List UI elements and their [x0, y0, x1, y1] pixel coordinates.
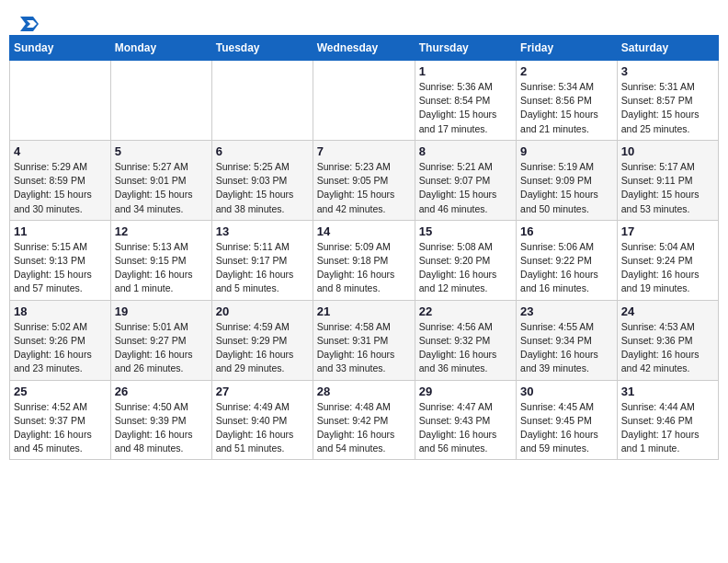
calendar-cell: 16Sunrise: 5:06 AM Sunset: 9:22 PM Dayli…	[517, 220, 618, 300]
day-number: 15	[419, 224, 512, 238]
day-number: 9	[520, 144, 613, 158]
day-number: 16	[520, 224, 613, 238]
page-header	[9, 9, 719, 31]
day-number: 12	[115, 224, 208, 238]
day-detail: Sunrise: 4:44 AM Sunset: 9:46 PM Dayligh…	[621, 400, 714, 456]
calendar-cell: 5Sunrise: 5:27 AM Sunset: 9:01 PM Daylig…	[110, 140, 211, 220]
calendar-body: 1Sunrise: 5:36 AM Sunset: 8:54 PM Daylig…	[10, 61, 719, 460]
day-number: 31	[621, 385, 714, 398]
day-detail: Sunrise: 4:47 AM Sunset: 9:43 PM Dayligh…	[419, 400, 512, 456]
day-number: 5	[115, 144, 208, 158]
calendar-cell: 31Sunrise: 4:44 AM Sunset: 9:46 PM Dayli…	[617, 380, 718, 460]
calendar-cell: 21Sunrise: 4:58 AM Sunset: 9:31 PM Dayli…	[313, 300, 415, 380]
calendar-table: SundayMondayTuesdayWednesdayThursdayFrid…	[9, 35, 719, 460]
calendar-cell: 12Sunrise: 5:13 AM Sunset: 9:15 PM Dayli…	[110, 220, 211, 300]
calendar-cell: 14Sunrise: 5:09 AM Sunset: 9:18 PM Dayli…	[313, 220, 415, 300]
calendar-cell: 15Sunrise: 5:08 AM Sunset: 9:20 PM Dayli…	[415, 220, 516, 300]
day-number: 29	[419, 385, 512, 398]
day-number: 6	[216, 144, 309, 158]
weekday-header-row: SundayMondayTuesdayWednesdayThursdayFrid…	[10, 36, 719, 61]
day-detail: Sunrise: 5:06 AM Sunset: 9:22 PM Dayligh…	[520, 240, 613, 296]
day-number: 21	[317, 304, 411, 318]
day-detail: Sunrise: 4:58 AM Sunset: 9:31 PM Dayligh…	[317, 320, 411, 376]
day-detail: Sunrise: 5:34 AM Sunset: 8:56 PM Dayligh…	[520, 80, 613, 136]
day-detail: Sunrise: 5:21 AM Sunset: 9:07 PM Dayligh…	[419, 160, 512, 216]
day-detail: Sunrise: 5:36 AM Sunset: 8:54 PM Dayligh…	[419, 80, 512, 136]
day-number: 27	[216, 385, 309, 398]
weekday-monday: Monday	[110, 36, 211, 61]
day-detail: Sunrise: 5:04 AM Sunset: 9:24 PM Dayligh…	[621, 240, 714, 296]
calendar-cell: 6Sunrise: 5:25 AM Sunset: 9:03 PM Daylig…	[211, 140, 313, 220]
day-number: 3	[621, 64, 714, 78]
day-number: 25	[14, 385, 107, 398]
calendar-cell: 13Sunrise: 5:11 AM Sunset: 9:17 PM Dayli…	[211, 220, 313, 300]
day-number: 10	[621, 144, 714, 158]
week-row-1: 1Sunrise: 5:36 AM Sunset: 8:54 PM Daylig…	[10, 61, 719, 141]
calendar-cell: 3Sunrise: 5:31 AM Sunset: 8:57 PM Daylig…	[617, 61, 718, 141]
day-detail: Sunrise: 4:56 AM Sunset: 9:32 PM Dayligh…	[419, 320, 512, 376]
calendar-cell: 17Sunrise: 5:04 AM Sunset: 9:24 PM Dayli…	[617, 220, 718, 300]
day-number: 20	[216, 304, 309, 318]
week-row-5: 25Sunrise: 4:52 AM Sunset: 9:37 PM Dayli…	[10, 380, 719, 460]
day-detail: Sunrise: 5:11 AM Sunset: 9:17 PM Dayligh…	[216, 240, 309, 296]
day-detail: Sunrise: 5:01 AM Sunset: 9:27 PM Dayligh…	[115, 320, 208, 376]
calendar-cell	[110, 61, 211, 141]
calendar-cell: 7Sunrise: 5:23 AM Sunset: 9:05 PM Daylig…	[313, 140, 415, 220]
day-detail: Sunrise: 5:29 AM Sunset: 8:59 PM Dayligh…	[14, 160, 107, 216]
week-row-3: 11Sunrise: 5:15 AM Sunset: 9:13 PM Dayli…	[10, 220, 719, 300]
day-detail: Sunrise: 5:02 AM Sunset: 9:26 PM Dayligh…	[14, 320, 107, 376]
day-number: 19	[115, 304, 208, 318]
day-number: 18	[14, 304, 107, 318]
day-detail: Sunrise: 5:27 AM Sunset: 9:01 PM Dayligh…	[115, 160, 208, 216]
calendar-cell: 27Sunrise: 4:49 AM Sunset: 9:40 PM Dayli…	[211, 380, 313, 460]
weekday-thursday: Thursday	[415, 36, 516, 61]
weekday-friday: Friday	[517, 36, 618, 61]
day-detail: Sunrise: 4:59 AM Sunset: 9:29 PM Dayligh…	[216, 320, 309, 376]
day-detail: Sunrise: 4:53 AM Sunset: 9:36 PM Dayligh…	[621, 320, 714, 376]
calendar-cell: 23Sunrise: 4:55 AM Sunset: 9:34 PM Dayli…	[517, 300, 618, 380]
day-number: 23	[520, 304, 613, 318]
logo	[18, 17, 39, 28]
day-number: 24	[621, 304, 714, 318]
week-row-4: 18Sunrise: 5:02 AM Sunset: 9:26 PM Dayli…	[10, 300, 719, 380]
day-number: 11	[14, 224, 107, 238]
calendar-cell: 26Sunrise: 4:50 AM Sunset: 9:39 PM Dayli…	[110, 380, 211, 460]
calendar-cell: 2Sunrise: 5:34 AM Sunset: 8:56 PM Daylig…	[517, 61, 618, 141]
day-detail: Sunrise: 4:52 AM Sunset: 9:37 PM Dayligh…	[14, 400, 107, 456]
calendar-cell: 18Sunrise: 5:02 AM Sunset: 9:26 PM Dayli…	[10, 300, 111, 380]
weekday-sunday: Sunday	[10, 36, 111, 61]
weekday-tuesday: Tuesday	[211, 36, 313, 61]
week-row-2: 4Sunrise: 5:29 AM Sunset: 8:59 PM Daylig…	[10, 140, 719, 220]
calendar-cell: 1Sunrise: 5:36 AM Sunset: 8:54 PM Daylig…	[415, 61, 516, 141]
calendar-cell: 29Sunrise: 4:47 AM Sunset: 9:43 PM Dayli…	[415, 380, 516, 460]
calendar-cell	[10, 61, 111, 141]
day-number: 1	[419, 64, 512, 78]
day-detail: Sunrise: 5:31 AM Sunset: 8:57 PM Dayligh…	[621, 80, 714, 136]
day-detail: Sunrise: 5:17 AM Sunset: 9:11 PM Dayligh…	[621, 160, 714, 216]
calendar-cell: 20Sunrise: 4:59 AM Sunset: 9:29 PM Dayli…	[211, 300, 313, 380]
calendar-cell: 11Sunrise: 5:15 AM Sunset: 9:13 PM Dayli…	[10, 220, 111, 300]
day-detail: Sunrise: 5:23 AM Sunset: 9:05 PM Dayligh…	[317, 160, 411, 216]
calendar-cell: 22Sunrise: 4:56 AM Sunset: 9:32 PM Dayli…	[415, 300, 516, 380]
calendar-cell: 24Sunrise: 4:53 AM Sunset: 9:36 PM Dayli…	[617, 300, 718, 380]
calendar-cell	[211, 61, 313, 141]
day-detail: Sunrise: 5:08 AM Sunset: 9:20 PM Dayligh…	[419, 240, 512, 296]
day-number: 30	[520, 385, 613, 398]
day-detail: Sunrise: 5:25 AM Sunset: 9:03 PM Dayligh…	[216, 160, 309, 216]
calendar-cell: 8Sunrise: 5:21 AM Sunset: 9:07 PM Daylig…	[415, 140, 516, 220]
day-detail: Sunrise: 4:49 AM Sunset: 9:40 PM Dayligh…	[216, 400, 309, 456]
day-detail: Sunrise: 4:48 AM Sunset: 9:42 PM Dayligh…	[317, 400, 411, 456]
day-detail: Sunrise: 5:09 AM Sunset: 9:18 PM Dayligh…	[317, 240, 411, 296]
day-number: 13	[216, 224, 309, 238]
logo-arrow-icon	[20, 17, 39, 31]
day-number: 28	[317, 385, 411, 398]
day-number: 7	[317, 144, 411, 158]
calendar-cell: 28Sunrise: 4:48 AM Sunset: 9:42 PM Dayli…	[313, 380, 415, 460]
calendar-cell: 30Sunrise: 4:45 AM Sunset: 9:45 PM Dayli…	[517, 380, 618, 460]
day-detail: Sunrise: 4:55 AM Sunset: 9:34 PM Dayligh…	[520, 320, 613, 376]
day-number: 22	[419, 304, 512, 318]
day-number: 2	[520, 64, 613, 78]
day-detail: Sunrise: 5:19 AM Sunset: 9:09 PM Dayligh…	[520, 160, 613, 216]
calendar-cell: 19Sunrise: 5:01 AM Sunset: 9:27 PM Dayli…	[110, 300, 211, 380]
calendar-cell: 4Sunrise: 5:29 AM Sunset: 8:59 PM Daylig…	[10, 140, 111, 220]
